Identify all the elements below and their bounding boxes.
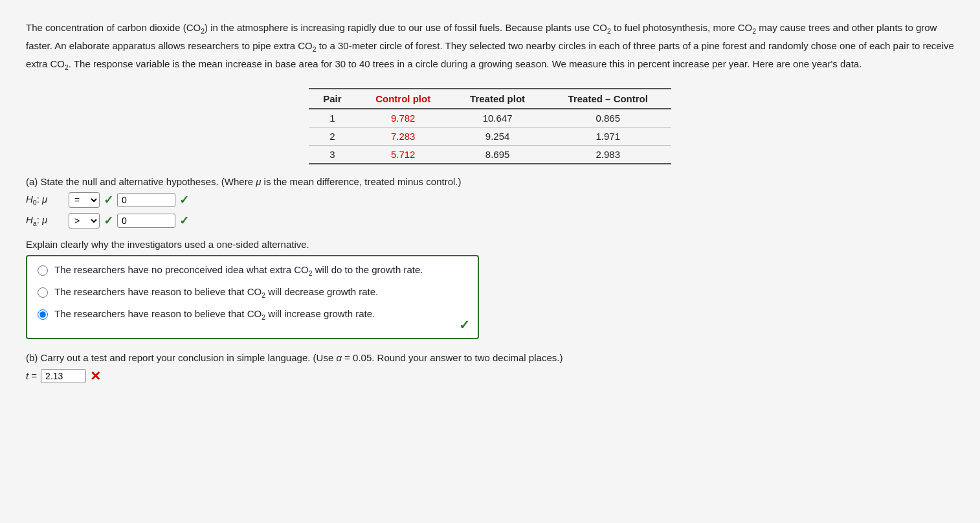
cell-treated-0: 10.647 — [451, 109, 545, 128]
col-header-diff: Treated – Control — [545, 89, 671, 109]
table-row: 3 5.712 8.695 2.983 — [309, 145, 671, 164]
part-a-label: (a) State the null and alternative hypot… — [26, 176, 954, 187]
part-b-section: (b) Carry out a test and report your con… — [26, 352, 954, 384]
radio-option-1: The researchers have no preconceived ide… — [38, 264, 467, 277]
radio-option-3-input[interactable] — [38, 309, 48, 320]
cell-control-1: 7.283 — [356, 127, 451, 145]
ha-operator-select[interactable]: > = < ≠ — [69, 213, 100, 228]
h0-row: H0: μ = > < ≠ ✓ ✓ — [26, 192, 954, 208]
t-value-row: t = ✕ — [26, 368, 954, 384]
table-row: 2 7.283 9.254 1.971 — [309, 127, 671, 145]
cell-pair-0: 1 — [309, 109, 356, 128]
cell-pair-2: 3 — [309, 145, 356, 164]
radio-option-1-input[interactable] — [38, 265, 48, 276]
ha-value-input[interactable] — [117, 214, 175, 228]
ha-value-check-icon: ✓ — [179, 214, 189, 228]
ha-check-icon: ✓ — [104, 214, 113, 228]
cell-diff-2: 2.983 — [545, 145, 671, 164]
radio-option-3: The researchers have reason to believe t… — [38, 308, 467, 321]
part-b-label: (b) Carry out a test and report your con… — [26, 352, 954, 363]
data-table-container: Pair Control plot Treated plot Treated –… — [309, 88, 671, 164]
cell-treated-1: 9.254 — [451, 127, 545, 145]
explain-label: Explain clearly why the investigators us… — [26, 239, 954, 250]
t-value-input[interactable] — [41, 369, 86, 383]
cell-pair-1: 2 — [309, 127, 356, 145]
intro-paragraph: The concentration of carbon dioxide (CO2… — [26, 19, 954, 74]
cell-diff-1: 1.971 — [545, 127, 671, 145]
table-row: 1 9.782 10.647 0.865 — [309, 109, 671, 128]
radio-option-2-input[interactable] — [38, 287, 48, 298]
col-header-treated: Treated plot — [451, 89, 545, 109]
cell-control-0: 9.782 — [356, 109, 451, 128]
data-table: Pair Control plot Treated plot Treated –… — [309, 88, 671, 164]
t-incorrect-icon: ✕ — [90, 368, 101, 384]
col-header-pair: Pair — [309, 89, 356, 109]
cell-diff-0: 0.865 — [545, 109, 671, 128]
radio-option-2: The researchers have reason to believe t… — [38, 286, 467, 299]
radio-check-icon: ✓ — [459, 317, 470, 333]
h0-check-icon: ✓ — [104, 193, 113, 207]
cell-control-2: 5.712 — [356, 145, 451, 164]
ha-label: Ha: μ — [26, 214, 65, 227]
t-label: t = — [26, 370, 37, 381]
radio-option-2-label[interactable]: The researchers have reason to believe t… — [54, 286, 378, 299]
h0-value-check-icon: ✓ — [179, 193, 189, 207]
h0-label: H0: μ — [26, 194, 65, 206]
ha-row: Ha: μ > = < ≠ ✓ ✓ — [26, 213, 954, 228]
h0-operator-select[interactable]: = > < ≠ — [69, 192, 100, 208]
part-a-section: (a) State the null and alternative hypot… — [26, 176, 954, 228]
col-header-control: Control plot — [356, 89, 451, 109]
cell-treated-2: 8.695 — [451, 145, 545, 164]
radio-option-1-label[interactable]: The researchers have no preconceived ide… — [54, 264, 423, 277]
radio-option-3-label[interactable]: The researchers have reason to believe t… — [54, 308, 375, 321]
h0-value-input[interactable] — [117, 193, 175, 207]
radio-options-box: The researchers have no preconceived ide… — [26, 255, 479, 339]
explain-section: Explain clearly why the investigators us… — [26, 239, 954, 339]
